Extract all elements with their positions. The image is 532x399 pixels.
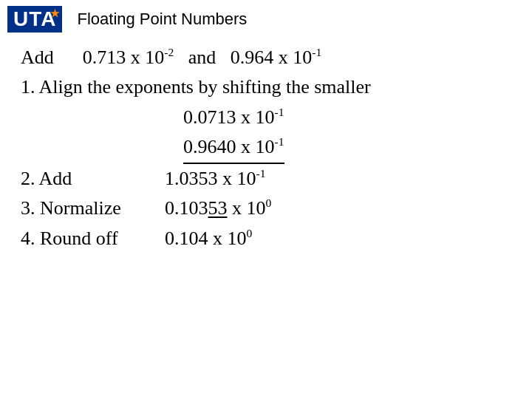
exp-round: 0 [247,227,253,239]
add-label: Add [21,43,83,72]
uta-star-icon: ★ [50,7,61,19]
exp-norm: 0 [266,197,272,210]
header: UTA ★ Floating Point Numbers [0,0,532,35]
shifted-val1: 0.0713 x 10-1 [183,103,284,132]
uta-logo-box: UTA ★ [7,6,62,33]
uta-logo: UTA ★ [7,6,62,33]
round-label: 4. Round off [21,224,165,253]
add-result-val: 1.0353 x 10-1 [165,164,266,194]
normalize-label: 3. Normalize [21,194,165,223]
exp-s1: -1 [275,106,284,118]
val1: 0.713 x 10-2 [83,43,174,72]
exp-s2: -1 [275,135,284,148]
line-round: 4. Round off 0.104 x 100 [21,224,511,253]
normalize-val: 0.10353 x 100 [165,194,271,223]
round-val: 0.104 x 100 [165,224,252,253]
line-add-result: 2. Add 1.0353 x 10-1 [21,164,511,194]
val2: 0.964 x 10-1 [231,43,322,72]
main-content: Add 0.713 x 10-2 and 0.964 x 10-1 1. Ali… [0,35,532,261]
exp1: -2 [164,46,174,58]
line-val2: 0.9640 x 10-1 [183,132,511,164]
line-normalize: 3. Normalize 0.10353 x 100 [21,194,511,223]
align-text: 1. Align the exponents by shifting the s… [21,72,371,102]
and-text: and [174,43,231,72]
normalize-underlined: 53 [208,197,228,219]
exp-add: -1 [256,168,266,180]
page-title: Floating Point Numbers [77,10,247,29]
line-val1: 0.0713 x 10-1 [183,103,511,132]
line-add: Add 0.713 x 10-2 and 0.964 x 10-1 [21,43,511,72]
exp2: -1 [312,46,321,58]
shifted-val2: 0.9640 x 10-1 [183,132,284,164]
line-align: 1. Align the exponents by shifting the s… [21,72,511,102]
add-result-label: 2. Add [21,164,165,194]
